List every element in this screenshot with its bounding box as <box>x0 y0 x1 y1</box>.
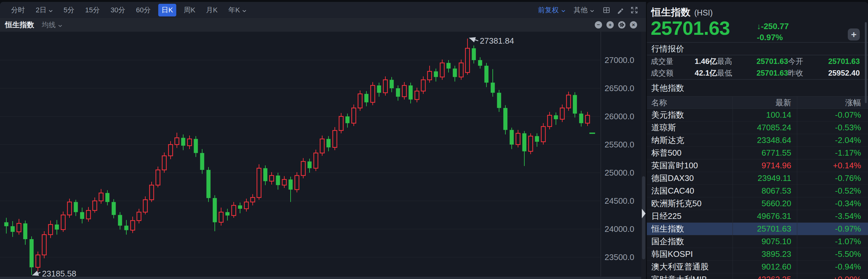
period-tab-年K[interactable]: 年K <box>225 4 250 17</box>
adjust-mode-dropdown[interactable]: 前复权 <box>538 5 565 15</box>
period-tab-分时[interactable]: 分时 <box>8 4 28 17</box>
add-to-watchlist-button[interactable]: + <box>848 28 860 40</box>
index-row-澳大利亚普通股[interactable]: 澳大利亚普通股9012.60-0.94% <box>647 261 868 273</box>
last-price: 25701.63 <box>651 18 730 38</box>
index-row-欧洲斯托克50[interactable]: 欧洲斯托克505660.20-0.34% <box>647 197 868 210</box>
period-tab-2日[interactable]: 2日 <box>33 4 56 17</box>
fullscreen-icon[interactable] <box>630 6 639 14</box>
period-tab-label: 15分 <box>85 5 100 15</box>
index-row-last: 3895.23 <box>733 249 797 259</box>
period-tab-60分[interactable]: 60分 <box>133 4 154 17</box>
stat-value: 25952.40 <box>828 68 860 78</box>
quote-panel: 恒生指数 (HSI) 25701.63 ↓-250.77 -0.97% + 行情… <box>647 2 868 279</box>
svg-text:27381.84: 27381.84 <box>480 36 514 46</box>
col-header-change: 涨幅 <box>797 97 868 108</box>
last-price-marker <box>589 133 595 134</box>
ma-selector[interactable]: 均线 <box>42 20 62 30</box>
index-row-last: 49676.31 <box>733 211 797 221</box>
toolbar-right: 前复权 其他 <box>538 5 639 15</box>
index-row-美元指数[interactable]: 美元指数100.14-0.07% <box>647 109 868 121</box>
index-row-name: 日经225 <box>647 211 733 222</box>
index-row-name: 标普500 <box>647 147 733 159</box>
chart-window: 分时2日5分15分30分60分日K周K月K年K 前复权 其他 恒生指数 均线 −… <box>0 2 646 279</box>
period-tab-5分[interactable]: 5分 <box>60 4 78 17</box>
index-row-change: -1.07% <box>797 236 868 246</box>
index-row-change: -0.94% <box>797 262 868 272</box>
index-row-日经225[interactable]: 日经22549676.31-3.54% <box>647 210 868 223</box>
chevron-down-icon <box>590 6 594 14</box>
period-tab-月K[interactable]: 月K <box>203 4 221 17</box>
index-row-name: 国企指数 <box>647 236 733 247</box>
svg-text:26500.0: 26500.0 <box>604 84 634 93</box>
index-row-change: -0.52% <box>797 186 868 196</box>
chart-vscrollbar[interactable] <box>642 176 645 259</box>
quote-stats: 成交量1.46亿最高25701.63今开25701.63成交额42.1亿最低25… <box>647 55 868 79</box>
index-row-last: 5660.20 <box>733 199 797 208</box>
index-row-change: -0.97% <box>797 224 868 234</box>
index-row-last: 9012.60 <box>733 262 797 272</box>
period-tab-label: 30分 <box>111 5 125 15</box>
index-row-name: 富时意大利MIB <box>647 274 733 279</box>
more-label: 其他 <box>574 5 588 15</box>
index-ticker: (HSI) <box>694 8 713 18</box>
period-tab-15分[interactable]: 15分 <box>82 4 103 17</box>
index-row-change: -0.53% <box>797 123 868 133</box>
stat-今开: 今开25701.63 <box>788 55 860 67</box>
settings-gear-icon[interactable] <box>618 21 625 28</box>
chevron-down-icon <box>49 6 53 14</box>
stat-value: 1.46亿 <box>694 56 717 66</box>
stat-label: 成交量 <box>651 56 674 66</box>
price-change: ↓-250.77 <box>757 21 789 32</box>
index-row-last: 25701.63 <box>733 224 797 234</box>
stat-label: 昨收 <box>788 68 803 78</box>
index-row-change: -0.07% <box>797 110 868 120</box>
period-tab-label: 60分 <box>136 5 150 15</box>
high-annotation: 27381.84 <box>469 36 514 46</box>
index-row-标普500[interactable]: 标普5006771.55-1.17% <box>647 147 868 160</box>
zoom-out-icon[interactable]: − <box>595 21 602 28</box>
index-row-德国DAX30[interactable]: 德国DAX3023949.11-0.76% <box>647 172 868 185</box>
period-tab-周K[interactable]: 周K <box>181 4 199 17</box>
index-row-last: 9075.10 <box>733 236 797 246</box>
stat-value: 25701.63 <box>756 68 788 78</box>
adjust-mode-label: 前复权 <box>538 5 559 15</box>
index-row-富时意大利MIB[interactable]: 富时意大利MIB43262.35+0.09% <box>647 273 868 279</box>
more-dropdown[interactable]: 其他 <box>574 5 594 15</box>
index-row-last: 47085.24 <box>733 123 797 133</box>
close-icon[interactable]: × <box>630 21 637 28</box>
indices-table-header: 名称最新涨幅 <box>647 96 868 109</box>
zoom-in-icon[interactable]: + <box>607 21 614 28</box>
stat-label: 成交额 <box>651 68 674 78</box>
index-row-道琼斯[interactable]: 道琼斯47085.24-0.53% <box>647 121 868 134</box>
stat-label: 最低 <box>717 68 732 78</box>
toolbar-icons <box>602 6 639 14</box>
index-row-change: +0.14% <box>797 161 868 170</box>
brush-icon[interactable] <box>616 6 624 14</box>
stat-value: 25701.63 <box>756 57 788 66</box>
panel-scrollbar[interactable] <box>865 22 867 103</box>
index-row-change: -0.76% <box>797 173 868 183</box>
index-row-纳斯达克[interactable]: 纳斯达克23348.64-2.04% <box>647 134 868 147</box>
period-tab-label: 2日 <box>36 5 46 15</box>
index-row-英国富时100[interactable]: 英国富时1009714.96+0.14% <box>647 160 868 172</box>
period-tab-日K[interactable]: 日K <box>158 4 176 17</box>
candlestick-chart[interactable]: 27000.026500.026000.025500.025000.024500… <box>0 32 646 279</box>
ma-label: 均线 <box>42 20 56 30</box>
index-row-恒生指数[interactable]: 恒生指数25701.63-0.97% <box>647 223 868 235</box>
index-row-name: 英国富时100 <box>647 160 733 171</box>
index-row-change: -3.54% <box>797 211 868 221</box>
stat-最低: 最低25701.63 <box>717 67 788 79</box>
stat-昨收: 昨收25952.40 <box>788 67 860 79</box>
index-row-name: 纳斯达克 <box>647 135 733 146</box>
stat-label: 最高 <box>717 56 732 66</box>
chart-hscrollbar[interactable] <box>0 277 646 279</box>
index-row-法国CAC40[interactable]: 法国CAC408067.53-0.52% <box>647 185 868 197</box>
index-row-国企指数[interactable]: 国企指数9075.10-1.07% <box>647 235 868 248</box>
index-row-韩国KOSPI[interactable]: 韩国KOSPI3895.23-5.50% <box>647 248 868 261</box>
layout-grid-icon[interactable] <box>602 6 611 14</box>
stat-label: 今开 <box>788 56 803 66</box>
index-row-last: 23348.64 <box>733 135 797 145</box>
period-tabs: 分时2日5分15分30分60分日K周K月K年K <box>8 4 250 17</box>
period-tab-30分[interactable]: 30分 <box>107 4 128 17</box>
period-tab-label: 日K <box>161 5 173 15</box>
